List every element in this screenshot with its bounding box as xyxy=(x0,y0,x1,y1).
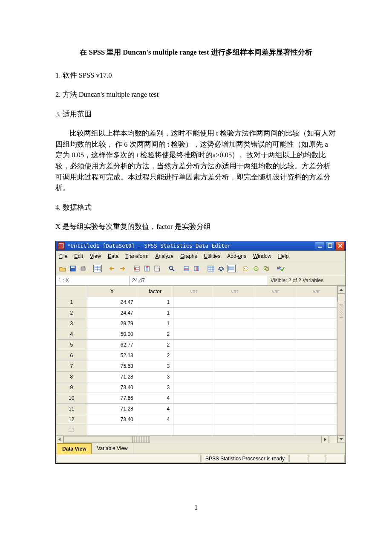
empty-cell[interactable] xyxy=(214,308,255,318)
menu-item[interactable]: Utilities xyxy=(204,252,221,260)
menu-item[interactable]: File xyxy=(59,252,67,260)
row-header[interactable]: 5 xyxy=(56,340,87,350)
scroll-up-icon[interactable] xyxy=(337,286,345,294)
data-cell[interactable]: 3 xyxy=(137,361,173,372)
weight-icon[interactable] xyxy=(217,264,225,273)
open-icon[interactable] xyxy=(58,264,67,273)
menu-item[interactable]: Add-ons xyxy=(227,252,246,260)
empty-cell[interactable] xyxy=(173,350,214,361)
empty-cell[interactable] xyxy=(214,404,255,414)
data-cell[interactable]: 52.13 xyxy=(87,350,137,361)
data-cell[interactable]: 50.00 xyxy=(87,329,137,340)
scroll-right-icon[interactable] xyxy=(321,436,329,443)
spellcheck-icon[interactable]: ab xyxy=(277,264,285,273)
redo-icon[interactable] xyxy=(118,264,127,273)
empty-cell[interactable] xyxy=(173,308,214,318)
empty-cell[interactable] xyxy=(173,382,214,393)
empty-cell[interactable] xyxy=(173,329,214,340)
empty-cell[interactable] xyxy=(214,382,255,393)
empty-cell[interactable] xyxy=(255,350,296,361)
empty-cell[interactable] xyxy=(214,297,255,308)
empty-cell[interactable] xyxy=(173,340,214,350)
empty-cell[interactable] xyxy=(296,329,337,340)
empty-cell[interactable] xyxy=(296,382,337,393)
data-cell[interactable]: 4 xyxy=(137,414,173,425)
empty-cell[interactable] xyxy=(296,425,337,436)
data-cell[interactable]: 1 xyxy=(137,297,173,308)
empty-cell[interactable] xyxy=(296,297,337,308)
vertical-scrollbar[interactable] xyxy=(337,286,345,443)
empty-cell[interactable] xyxy=(255,308,296,318)
column-header[interactable]: var xyxy=(173,286,214,297)
empty-cell[interactable] xyxy=(214,350,255,361)
data-cell[interactable]: 3 xyxy=(137,382,173,393)
menu-item[interactable]: Edit xyxy=(74,252,83,260)
valuelabels-icon[interactable] xyxy=(242,264,250,273)
empty-cell[interactable] xyxy=(214,361,255,372)
empty-cell[interactable] xyxy=(173,414,214,425)
undo-icon[interactable] xyxy=(108,264,116,273)
empty-cell[interactable] xyxy=(214,393,255,404)
data-cell[interactable]: 62.77 xyxy=(87,340,137,350)
column-header[interactable]: X xyxy=(87,286,137,297)
selectcases-icon[interactable] xyxy=(227,265,236,272)
data-cell[interactable]: 77.66 xyxy=(87,393,137,404)
empty-cell[interactable] xyxy=(173,372,214,382)
row-header[interactable]: 1 xyxy=(56,297,87,308)
empty-cell[interactable] xyxy=(214,340,255,350)
hscroll-grip[interactable] xyxy=(133,436,150,443)
data-cell[interactable]: 2 xyxy=(137,329,173,340)
row-header[interactable]: 11 xyxy=(56,404,87,414)
data-cell[interactable]: 2 xyxy=(137,340,173,350)
empty-cell[interactable] xyxy=(214,318,255,329)
dialog-icon[interactable]: ? xyxy=(153,264,161,273)
row-header[interactable]: 12 xyxy=(56,414,87,425)
empty-cell[interactable] xyxy=(296,361,337,372)
data-cell[interactable] xyxy=(87,425,137,436)
empty-cell[interactable] xyxy=(173,404,214,414)
splitfile-icon[interactable] xyxy=(207,264,215,273)
maximize-button[interactable] xyxy=(325,242,334,250)
data-grid[interactable]: Xfactorvarvarvarvar 124.471224.471329.79… xyxy=(56,286,337,436)
column-header[interactable]: var xyxy=(214,286,255,297)
data-cell[interactable]: 3 xyxy=(137,372,173,382)
row-header[interactable]: 6 xyxy=(56,350,87,361)
empty-cell[interactable] xyxy=(296,393,337,404)
row-header[interactable]: 10 xyxy=(56,393,87,404)
column-header[interactable]: var xyxy=(296,286,337,297)
empty-cell[interactable] xyxy=(214,414,255,425)
menu-item[interactable]: Transform xyxy=(125,252,148,260)
column-header[interactable]: var xyxy=(255,286,296,297)
data-cell[interactable]: 73.40 xyxy=(87,382,137,393)
empty-cell[interactable] xyxy=(173,297,214,308)
empty-cell[interactable] xyxy=(255,372,296,382)
empty-cell[interactable] xyxy=(255,393,296,404)
row-header[interactable]: 8 xyxy=(56,372,87,382)
column-header[interactable]: factor xyxy=(137,286,173,297)
row-header[interactable]: 13 xyxy=(56,425,87,436)
empty-cell[interactable] xyxy=(255,361,296,372)
empty-cell[interactable] xyxy=(296,350,337,361)
empty-cell[interactable] xyxy=(296,340,337,350)
insertvar-icon[interactable] xyxy=(192,264,201,273)
empty-cell[interactable] xyxy=(296,308,337,318)
menu-item[interactable]: Help xyxy=(278,252,289,260)
find-icon[interactable] xyxy=(167,264,176,273)
corner-cell[interactable] xyxy=(56,286,87,297)
empty-cell[interactable] xyxy=(173,425,214,436)
empty-cell[interactable] xyxy=(255,404,296,414)
row-header[interactable]: 3 xyxy=(56,318,87,329)
empty-cell[interactable] xyxy=(173,318,214,329)
row-header[interactable]: 4 xyxy=(56,329,87,340)
data-cell[interactable]: 2 xyxy=(137,350,173,361)
empty-cell[interactable] xyxy=(296,372,337,382)
hscroll-thumb[interactable] xyxy=(63,436,133,443)
empty-cell[interactable] xyxy=(255,425,296,436)
titlebar[interactable]: *Untitled1 [DataSet0] - SPSS Statistics … xyxy=(56,241,346,251)
vscroll-thumb[interactable] xyxy=(337,294,345,302)
cell-value[interactable]: 24.47 xyxy=(130,276,268,285)
scroll-left-icon[interactable] xyxy=(56,436,63,443)
dataset-icon[interactable] xyxy=(93,265,102,272)
row-header[interactable]: 2 xyxy=(56,308,87,318)
tab-variable-view[interactable]: Variable View xyxy=(91,443,133,454)
